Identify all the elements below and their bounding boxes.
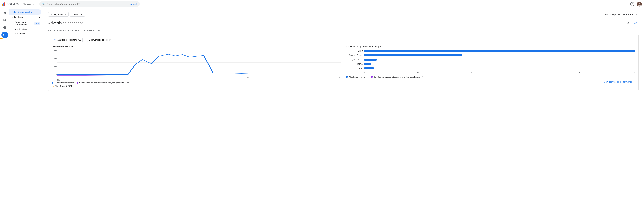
- add-filter-button[interactable]: + Add filter: [70, 12, 85, 17]
- chevron-down-icon: ▾: [34, 3, 35, 5]
- nav-reports[interactable]: [1, 17, 8, 24]
- bar-legend-dot-blue: [346, 76, 348, 78]
- charts-container: analytics_googlestore_NA | 5 conversions…: [48, 34, 639, 91]
- line-chart-svg: [57, 50, 341, 76]
- sidebar-item-planning[interactable]: ▶ Planning: [12, 31, 43, 36]
- nav-home[interactable]: [1, 10, 8, 16]
- line-chart-legend: All selected conversions Selected conver…: [52, 82, 341, 84]
- add-filter-label: Add filter: [74, 13, 82, 16]
- y-label-400: 400: [52, 58, 56, 60]
- bar-legend-label-purple: Selected conversions attributed to analy…: [374, 76, 424, 78]
- search-input[interactable]: [46, 3, 125, 5]
- left-nav: [0, 8, 10, 224]
- plus-icon: +: [72, 13, 74, 16]
- charts-row: Conversions over time 600 400 200 0: [52, 45, 635, 88]
- bar-label-referral: Referral: [346, 63, 363, 65]
- bar-row-organic-search: Organic Search: [346, 54, 635, 57]
- arrow-annotation: [0, 37, 5, 48]
- warning-icon: ⚠: [52, 85, 54, 88]
- bar-legend-item-purple: Selected conversions attributed to analy…: [371, 76, 424, 78]
- x-axis-2k: 2K: [578, 71, 580, 73]
- all-accounts-button[interactable]: All accounts ▾: [21, 2, 36, 6]
- sidebar-section-advertising[interactable]: Advertising ∧: [10, 15, 43, 20]
- bar-track-organic-search: [364, 54, 635, 57]
- nav-explore[interactable]: [1, 24, 8, 31]
- search-icon: 🔍: [42, 2, 45, 6]
- bar-track-referral: [364, 63, 635, 65]
- legend-dot-blue: [52, 82, 54, 84]
- help-icon[interactable]: ?: [630, 2, 634, 6]
- x-month-label: Mar: [57, 79, 341, 81]
- filters-row: 3/3 key events ▾ + Add filter Last 28 da…: [48, 12, 639, 17]
- share-button[interactable]: [625, 20, 631, 26]
- legend-item-blue: All selected conversions: [52, 82, 74, 84]
- sidebar-item-attribution[interactable]: ▶ Attribution: [12, 27, 43, 31]
- sidebar-item-conversion-performance[interactable]: Conversion performance BETA: [12, 20, 43, 27]
- search-bar[interactable]: 🔍 Feedback: [39, 1, 140, 7]
- sidebar-item-advertising-snapshot[interactable]: Advertising snapshot: [10, 10, 42, 15]
- expand-planning-icon: ▶: [15, 33, 16, 35]
- line-chart-wrap: 600 400 200 0: [52, 50, 341, 80]
- y-label-600: 600: [52, 50, 56, 51]
- bar-label-organic-social: Organic Social: [346, 58, 363, 61]
- line-chart-area: Conversions over time 600 400 200 0: [52, 45, 341, 88]
- bar-fill-referral-blue: [364, 63, 371, 65]
- bar-chart-legend: All selected conversions Selected conver…: [346, 76, 635, 78]
- bar-fill-email-blue: [364, 67, 374, 69]
- app-body: Advertising snapshot Advertising ∧ Conve…: [0, 8, 644, 224]
- section-question: WHICH CHANNELS DRIVE THE MOST CONVERSION…: [48, 29, 639, 31]
- view-link-text: View conversion performance →: [604, 81, 635, 83]
- bar-label-email: Email: [346, 67, 363, 70]
- bar-row-referral: Referral: [346, 63, 635, 65]
- date-range-value: Mar 10 - Apr 6, 2024: [617, 13, 637, 16]
- chart-selector-row: analytics_googlestore_NA | 5 conversions…: [52, 38, 635, 42]
- bar-chart-area: Conversions by Default channel group Dir…: [346, 45, 635, 88]
- bar-fill-organic-social-blue: [364, 59, 376, 61]
- chevron-down-icon: ▾: [110, 39, 111, 41]
- chart-source-button[interactable]: analytics_googlestore_NA: [52, 38, 82, 42]
- x-label-24: 24: [247, 77, 249, 79]
- advertising-section-label: Advertising: [12, 16, 23, 19]
- avatar[interactable]: [637, 2, 642, 7]
- bar-fill-organic-search-blue: [364, 54, 462, 56]
- main-content: 3/3 key events ▾ + Add filter Last 28 da…: [43, 8, 644, 224]
- compare-button[interactable]: [632, 20, 639, 26]
- planning-label: Planning: [17, 32, 26, 35]
- bar-chart-title: Conversions by Default channel group: [346, 45, 635, 48]
- key-events-filter[interactable]: 3/3 key events ▾: [48, 12, 68, 17]
- sidebar: Advertising snapshot Advertising ∧ Conve…: [10, 8, 43, 224]
- grid-icon[interactable]: ⊞: [625, 2, 628, 6]
- top-bar-right: ⊞ ?: [625, 2, 642, 7]
- all-accounts-label: All accounts: [23, 3, 34, 5]
- legend-label-purple: Selected conversions attributed to analy…: [79, 82, 129, 84]
- bar-legend-label-blue: All selected conversions: [349, 76, 368, 78]
- x-axis-2-5k: 2.5K: [632, 71, 635, 73]
- legend-dot-purple: [77, 82, 78, 84]
- date-note: Mar 15 - Apr 6, 2024: [55, 85, 72, 87]
- bar-row-organic-social: Organic Social: [346, 58, 635, 61]
- conversions-selected-button[interactable]: 5 conversions selected ▾: [87, 38, 113, 42]
- warning-row: ⚠ Mar 15 - Apr 6, 2024: [52, 85, 341, 88]
- bar-track-organic-social: [364, 58, 635, 61]
- line-chart-x-labels: 10 17 24 31: [57, 76, 341, 79]
- view-conversion-link[interactable]: View conversion performance →: [604, 81, 635, 83]
- separator: |: [84, 39, 85, 41]
- source-label: analytics_googlestore_NA: [57, 39, 81, 41]
- nav-advertising[interactable]: [1, 32, 8, 38]
- chevron-down-icon: ▾: [638, 13, 639, 16]
- x-label-31: 31: [339, 77, 341, 79]
- bar-x-axis: 0 500 1K 1.5K 2K 2.5K: [346, 71, 635, 73]
- bar-row-direct: Direct: [346, 50, 635, 52]
- chart-footer: View conversion performance →: [346, 81, 635, 83]
- line-chart-y-labels: 600 400 200 0: [52, 50, 56, 76]
- beta-badge: BETA: [34, 22, 40, 25]
- line-chart-svg-wrap: 10 17 24 31 Mar: [57, 50, 341, 80]
- legend-item-purple: Selected conversions attributed to analy…: [77, 82, 129, 84]
- x-label-17: 17: [155, 77, 156, 79]
- bar-chart-wrap: Direct Organic Search: [346, 50, 635, 73]
- date-range-selector[interactable]: Last 28 days Mar 10 - Apr 6, 2024 ▾: [604, 13, 639, 16]
- bar-legend-item-blue: All selected conversions: [346, 76, 368, 78]
- top-bar: Analytics All accounts ▾ 🔍 Feedback ⊞ ?: [0, 0, 644, 8]
- line-chart-title: Conversions over time: [52, 45, 341, 48]
- feedback-link[interactable]: Feedback: [128, 3, 137, 5]
